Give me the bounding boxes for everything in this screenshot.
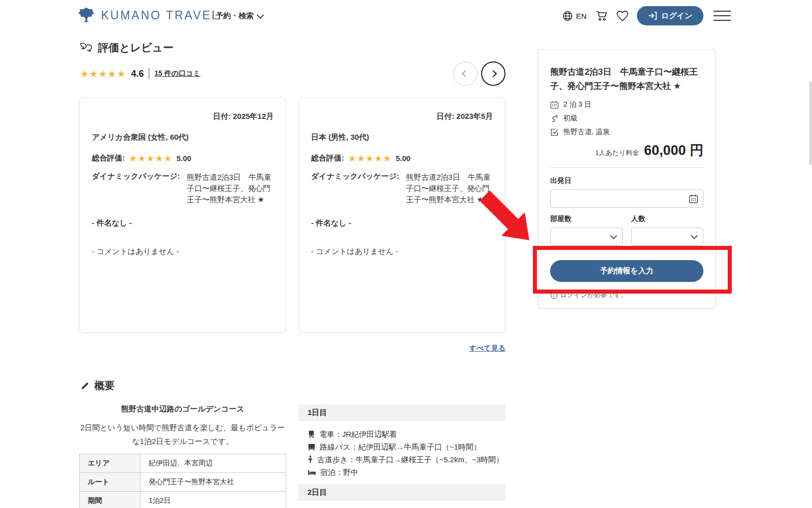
- login-label: ログイン: [661, 11, 692, 21]
- itinerary: 1日目 電車：JR紀伊田辺駅着 路線バス：紀伊田辺駅→牛馬童子口（~1時間）: [298, 404, 505, 501]
- level-value: 初級: [563, 114, 578, 123]
- price-label: 1人あたり料金: [595, 148, 639, 157]
- row-value: 紀伊田辺、本宮周辺: [141, 454, 286, 473]
- table-row: ルート 発心門王子〜熊野本宮大社: [80, 473, 286, 492]
- speech-bubble-icon: [80, 42, 93, 53]
- rating-value: 5.00: [177, 154, 191, 163]
- calendar-icon: [550, 101, 559, 109]
- calendar-icon: [689, 194, 698, 204]
- overview-summary: 熊野古道中辺路のゴールデンコース 2日間という短い時間で熊野古道を楽しむ、最もポ…: [79, 404, 286, 508]
- reviews-section-title: 評価とレビュー: [80, 41, 174, 55]
- language-switch[interactable]: EN: [562, 11, 587, 21]
- nav-reservation-search[interactable]: 予約・検索: [216, 11, 263, 21]
- chevron-left-icon: [462, 70, 469, 77]
- itinerary-day-header: 2日目: [298, 484, 505, 501]
- course-description: 2日間という短い時間で熊野古道を楽しむ、最もポピュラーな1泊2日モデルコースです…: [79, 421, 286, 448]
- rating-label: 総合評価:: [311, 153, 344, 163]
- tags-value: 熊野古道, 温泉: [563, 128, 610, 137]
- header: KUMANO TRAVEL 予約・検索 EN: [0, 0, 812, 31]
- overview-heading-label: 概要: [94, 379, 115, 393]
- login-arrow-icon: [648, 12, 657, 20]
- menu-hamburger-icon[interactable]: [712, 9, 733, 23]
- row-header: 期間: [80, 492, 141, 508]
- login-button[interactable]: ログイン: [637, 6, 703, 25]
- divider: [149, 68, 149, 79]
- bus-icon: [308, 443, 316, 451]
- bed-icon: [308, 469, 316, 476]
- itinerary-text: 電車：JR紀伊田辺駅着: [319, 428, 397, 440]
- language-label: EN: [576, 12, 587, 20]
- booking-panel: 熊野古道2泊3日 牛馬童子口〜継桜王子、発心門王子〜熊野本宮大社 ★ 2 泊 3…: [538, 49, 716, 308]
- price-value: 60,000 円: [644, 141, 703, 160]
- itinerary-text: 古道歩き：牛馬童子口→継桜王子（~5.2km、~3時間）: [317, 453, 503, 466]
- row-value: 発心門王子〜熊野本宮大社: [141, 473, 286, 492]
- carousel-next-button[interactable]: [481, 61, 505, 86]
- nav-label: 予約・検索: [216, 11, 254, 21]
- divider: [550, 167, 703, 168]
- see-all-reviews-link[interactable]: すべて見る: [469, 344, 505, 352]
- carousel-prev-button[interactable]: [453, 61, 478, 86]
- tags-row: 熊野古道, 温泉: [550, 128, 703, 137]
- itinerary-item: 宿泊：野中: [308, 466, 505, 479]
- route-level-icon: [550, 114, 559, 123]
- row-header: エリア: [80, 454, 141, 473]
- review-card: 日付: 2023年5月 日本 (男性, 30代) 総合評価: ★★★★★ 5.0…: [298, 97, 505, 333]
- table-row: 期間 1泊2日: [80, 492, 286, 508]
- login-note-text: ログインが必要です。: [560, 291, 627, 300]
- itinerary-day-header: 1日目: [298, 404, 505, 421]
- chevron-right-icon: [490, 70, 497, 77]
- package-label: ダイナミックパッケージ:: [92, 172, 187, 205]
- review-card: 日付: 2025年12月 アメリカ合衆国 (女性, 60代) 総合評価: ★★★…: [79, 97, 286, 333]
- table-row: エリア 紀伊田辺、本宮周辺: [80, 454, 286, 473]
- review-comment: - コメントはありません -: [92, 247, 274, 257]
- overall-rating: ★★★★★ 4.6 15 件の口コミ: [80, 68, 200, 79]
- itinerary-text: 路線バス：紀伊田辺駅→牛馬童子口（~1時間）: [320, 440, 481, 453]
- duration-value: 2 泊 3 日: [563, 100, 591, 109]
- login-required-note: ログインが必要です。: [550, 291, 703, 300]
- reviewer-info: 日本 (男性, 30代): [311, 133, 493, 142]
- info-icon: [550, 292, 558, 299]
- walk-icon: [308, 455, 313, 464]
- brand-logo[interactable]: KUMANO TRAVEL: [76, 5, 220, 25]
- review-date: 日付: 2025年12月: [92, 112, 274, 121]
- kumano-bird-icon: [76, 5, 96, 25]
- package-label: ダイナミックパッケージ:: [311, 172, 406, 205]
- rooms-select[interactable]: [550, 228, 623, 246]
- enter-booking-info-button[interactable]: 予約情報を入力: [550, 260, 703, 282]
- rooms-label: 部屋数: [550, 214, 623, 224]
- brand-name: KUMANO TRAVEL: [101, 9, 220, 22]
- scrollbar-thumb[interactable]: [809, 81, 811, 165]
- chevron-down-icon: [257, 11, 264, 18]
- rating-label: 総合評価:: [92, 153, 125, 163]
- rating-stars: ★★★★★: [129, 154, 173, 163]
- course-subtitle: 熊野古道中辺路のゴールデンコース: [79, 404, 286, 414]
- review-date: 日付: 2023年5月: [311, 112, 493, 121]
- globe-icon: [562, 11, 573, 21]
- reviewer-info: アメリカ合衆国 (女性, 60代): [92, 133, 274, 142]
- departure-date-input[interactable]: [550, 189, 703, 208]
- overview-section-title: 概要: [80, 379, 115, 393]
- itinerary-text: 宿泊：野中: [320, 466, 358, 479]
- rating-stars: ★★★★★: [348, 154, 392, 163]
- review-count-link[interactable]: 15 件の口コミ: [154, 69, 200, 78]
- itinerary-item: 路線バス：紀伊田辺駅→牛馬童子口（~1時間）: [308, 440, 505, 453]
- package-name: 熊野古道2泊3日 牛馬童子口〜継桜王子、発心門王子〜熊野本宮大社 ★: [406, 172, 493, 205]
- wishlist-heart-button[interactable]: [616, 10, 629, 22]
- check-square-icon: [550, 128, 559, 137]
- reviews-heading-label: 評価とレビュー: [98, 41, 174, 55]
- itinerary-item: 電車：JR紀伊田辺駅着: [308, 428, 505, 440]
- level-row: 初級: [550, 114, 703, 123]
- train-icon: [308, 430, 315, 438]
- duration-row: 2 泊 3 日: [550, 100, 703, 109]
- review-subject: - 件名なし -: [92, 218, 274, 228]
- rating-value: 5.00: [396, 154, 411, 163]
- departure-date-label: 出発日: [550, 176, 703, 185]
- course-info-table: エリア 紀伊田辺、本宮周辺 ルート 発心門王子〜熊野本宮大社 期間 1泊2日: [79, 454, 286, 508]
- guests-label: 人数: [631, 214, 704, 224]
- row-value: 1泊2日: [141, 492, 286, 508]
- guests-select[interactable]: [631, 228, 704, 246]
- review-subject: - 件名なし -: [311, 218, 493, 228]
- review-comment: - コメントはありません -: [311, 247, 493, 257]
- cart-button[interactable]: [595, 9, 608, 22]
- rating-average: 4.6: [131, 69, 144, 79]
